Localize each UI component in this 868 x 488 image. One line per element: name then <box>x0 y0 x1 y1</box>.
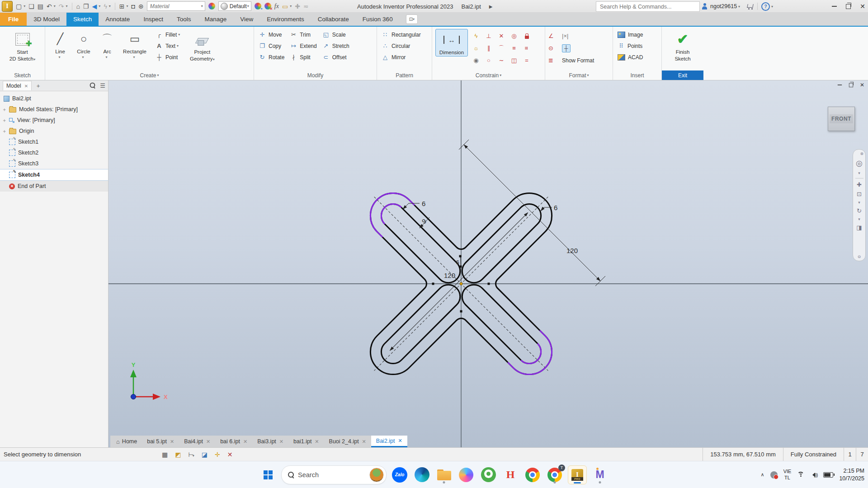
zoom-caret-icon[interactable]: ▾ <box>858 200 860 205</box>
dimension-120-center[interactable]: 120 <box>444 272 455 279</box>
taskbar-inventor-active[interactable]: I <box>568 465 587 484</box>
tree-item-view[interactable]: ＋ View: [Primary] <box>0 115 108 126</box>
driven-dimension-icon[interactable]: |×| <box>562 33 594 39</box>
tab-manage[interactable]: Manage <box>198 13 233 26</box>
fix-constraint-icon[interactable] <box>525 36 529 39</box>
close-tab-icon[interactable]: ✕ <box>206 439 210 445</box>
tab-3d-model[interactable]: 3D Model <box>27 13 66 26</box>
volume-icon[interactable]: ))) <box>810 472 817 478</box>
orbit-icon[interactable]: ↻ <box>857 207 862 214</box>
tray-expand-icon[interactable]: ∧ <box>761 472 764 478</box>
clear-appearance-icon[interactable]: ✕ <box>264 3 271 9</box>
zoom-window-icon[interactable]: ⊡ <box>857 191 862 197</box>
assign-material-icon[interactable]: ◘ <box>132 3 135 9</box>
browser-add-tab-icon[interactable]: ＋ <box>35 82 41 90</box>
clock[interactable]: 2:15 PM 10/7/2025 <box>839 467 864 482</box>
scale-button[interactable]: ◱Scale <box>321 29 351 40</box>
material-input[interactable] <box>149 3 201 10</box>
measure-dropdown-icon[interactable]: ▾ <box>290 4 292 8</box>
browser-search-icon[interactable] <box>90 83 95 88</box>
ribbon-display-toggle[interactable]: ⊡▾ <box>406 14 418 24</box>
close-tab-icon[interactable]: ✕ <box>170 439 174 445</box>
dimension-9[interactable]: 9 <box>420 217 429 228</box>
expand-icon[interactable]: ＋ <box>2 128 6 135</box>
graphics-window[interactable]: 120 120 6 9 6 <box>108 80 868 447</box>
circular-pattern-button[interactable]: ∴Circular <box>380 40 422 52</box>
constraint-inference-icon[interactable]: ◩ <box>175 451 181 458</box>
minimize-button[interactable] <box>832 6 837 7</box>
text-caret-icon[interactable]: ▾ <box>177 44 179 48</box>
taskbar-chrome[interactable] <box>524 466 542 484</box>
home-icon[interactable]: ⌂ <box>76 3 80 9</box>
browser-menu-icon[interactable]: ☰ <box>100 82 105 89</box>
tab-view[interactable]: View <box>233 13 260 26</box>
battery-icon[interactable] <box>823 472 833 478</box>
redo-dropdown-icon[interactable]: ▾ <box>66 4 68 8</box>
vertical-constraint-icon[interactable]: ≡ <box>525 45 528 51</box>
tangent-constraint-icon[interactable]: ⌒ <box>499 45 505 51</box>
doc-flyout-arrow-icon[interactable]: ▶ <box>489 4 493 9</box>
tab-annotate[interactable]: Annotate <box>99 13 137 26</box>
view-cube[interactable]: FRONT <box>828 107 855 131</box>
centerpoint-icon[interactable]: ┼ <box>562 44 571 52</box>
tree-item-sketch2[interactable]: Sketch2 <box>0 147 108 158</box>
panel-label-insert[interactable]: Insert <box>630 72 644 79</box>
steering-wheel-caret-icon[interactable]: ▾ <box>858 171 860 175</box>
help-search-input[interactable] <box>596 4 699 10</box>
doc-tab-bai1[interactable]: bai1.ipt ✕ <box>288 436 324 447</box>
close-tab-icon[interactable]: ✕ <box>279 439 283 445</box>
view-dropdown-icon[interactable]: ▾ <box>99 4 100 8</box>
tree-item-sketch4[interactable]: Sketch4 <box>0 169 108 181</box>
browser-tab-close-icon[interactable]: ✕ <box>24 84 28 89</box>
grid-snap-icon[interactable]: ▦ <box>162 451 168 458</box>
close-tab-icon[interactable]: ✕ <box>243 439 247 445</box>
dimension-text[interactable]: 120 <box>566 247 578 254</box>
help-dropdown-icon[interactable]: ▾ <box>771 5 773 9</box>
taskbar-edge[interactable] <box>413 466 431 484</box>
tab-tools[interactable]: Tools <box>170 13 198 26</box>
arc-caret-icon[interactable]: ▾ <box>105 55 107 59</box>
project-geometry-button[interactable]: Project Geometry ▾ <box>184 29 220 62</box>
image-button[interactable]: Image <box>616 29 644 40</box>
wifi-icon[interactable] <box>797 472 804 478</box>
expand-icon[interactable]: ＋ <box>2 106 6 113</box>
expand-icon[interactable]: ＋ <box>2 117 6 124</box>
point-button[interactable]: ┼Point <box>154 52 181 63</box>
restore-button[interactable] <box>846 4 851 9</box>
dimension-6-center[interactable]: 6 <box>456 257 461 266</box>
navbar-collapse-icon[interactable]: ⊖ <box>858 254 861 259</box>
help-search-box[interactable] <box>596 1 700 12</box>
offset-button[interactable]: ⊂Offset <box>321 52 351 63</box>
color-wheel-icon[interactable] <box>208 3 215 9</box>
panel-label-pattern[interactable]: Pattern <box>396 72 413 79</box>
taskbar-coccoc[interactable] <box>479 466 497 484</box>
acad-button[interactable]: ACAD <box>616 52 644 63</box>
taskbar-file-explorer[interactable] <box>435 466 453 484</box>
doc-tab-buoi2-4[interactable]: Buoi 2_4.ipt ✕ <box>324 436 371 447</box>
tab-environments[interactable]: Environments <box>260 13 311 26</box>
panel-label-exit[interactable]: Exit <box>678 72 687 79</box>
tab-collaborate[interactable]: Collaborate <box>311 13 356 26</box>
tray-alert-icon[interactable] <box>770 471 778 479</box>
rotate-button[interactable]: ↻Rotate <box>257 52 286 63</box>
save-icon[interactable]: ▤ <box>38 3 43 9</box>
new-file-icon[interactable]: ▢ <box>16 3 22 9</box>
circle-caret-icon[interactable]: ▾ <box>82 55 84 59</box>
language-indicator[interactable]: VIE TL <box>783 469 792 481</box>
construction-icon[interactable]: ∠ <box>548 33 562 39</box>
origin-point[interactable] <box>460 282 462 285</box>
doc-tab-bai5[interactable]: bai 5.ipt ✕ <box>142 436 179 447</box>
rectangular-pattern-button[interactable]: ∷Rectangular <box>380 29 422 40</box>
doc-tab-bai4[interactable]: Bai4.ipt ✕ <box>179 436 215 447</box>
appearance-caret-icon[interactable]: ▾ <box>247 4 249 8</box>
new-file-dropdown-icon[interactable]: ▾ <box>24 4 25 8</box>
tree-item-end-of-part[interactable]: ✕ End of Part <box>0 181 108 192</box>
material-dropdown[interactable]: ▾ <box>147 1 205 11</box>
panel-label-format[interactable]: Format <box>569 72 586 79</box>
update-dropdown-icon[interactable]: ▾ <box>109 4 111 8</box>
dimension-text[interactable]: 6 <box>422 200 425 207</box>
collinear-constraint-icon[interactable]: ○ <box>487 57 491 63</box>
auto-dimension-icon[interactable]: ϟ <box>475 33 478 39</box>
dimension-text[interactable]: 6 <box>554 204 557 211</box>
parameters-fx-icon[interactable]: fx <box>274 3 279 9</box>
